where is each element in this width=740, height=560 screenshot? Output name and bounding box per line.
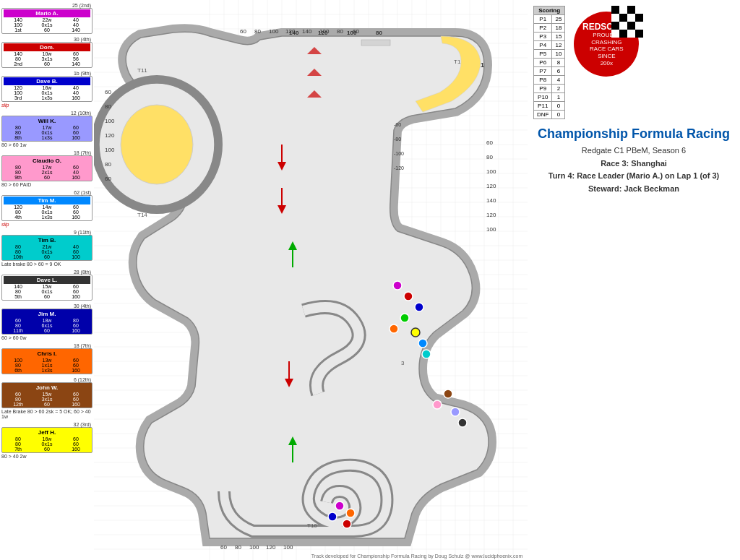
driver-section-claudio: 18 (7th) Claudio O. 8017w60 802x1s40 9th… <box>1 150 92 187</box>
driver-card-will: Will K. 8017w60 800x1s60 8th1x3s160 <box>1 116 92 142</box>
svg-point-91 <box>451 408 460 416</box>
driver-card-dave-l: Dave L. 14015w60 800x1s60 5th60160 <box>1 275 92 301</box>
svg-point-83 <box>415 303 423 311</box>
scoring-header: Scoring <box>534 7 565 15</box>
svg-text:80: 80 <box>235 544 241 551</box>
driver-section-dave-b: 1b (9th) Dave B. 12016w40 1000x1s40 3rd1… <box>1 71 92 108</box>
footer-text: Track developed for Championship Formula… <box>311 553 522 559</box>
svg-text:1: 1 <box>481 61 484 69</box>
pos-label-chris: 18 (7th) <box>1 343 92 348</box>
stats-row-mario-2: 1000x1s40 <box>4 22 90 27</box>
svg-point-87 <box>418 339 427 348</box>
svg-text:100: 100 <box>105 118 115 124</box>
svg-text:T16: T16 <box>307 522 317 529</box>
svg-text:100: 100 <box>319 28 330 35</box>
svg-text:140: 140 <box>302 28 312 35</box>
game-title: Championship Formula Racing <box>533 126 734 142</box>
game-subtitle: Redgate C1 PBeM, Season 6 Race 3: Shangh… <box>533 145 734 195</box>
driver-card-mario: Mario A. 14022w40 1000x1s40 1st60140 <box>1 8 92 34</box>
driver-name-jeff: Jeff H. <box>4 428 90 436</box>
note-claudio: 80 > 60 PAID <box>1 182 92 187</box>
driver-card-tim-m: Tim M. 12014w60 800x1s60 4th1x3s160 <box>1 195 92 221</box>
driver-section-jim: 30 (4th) Jim M. 6018w80 806x1s60 11th601… <box>1 303 92 340</box>
svg-text:80: 80 <box>105 161 111 168</box>
driver-section-dom: 30 (4th) Dom. 14010w60 803x1s56 2nd60140 <box>1 37 92 68</box>
svg-text:120: 120 <box>486 212 496 218</box>
driver-section-mario: 25 (2nd) Mario A. 14022w40 1000x1s40 1st… <box>1 3 92 34</box>
footer: Track developed for Championship Formula… <box>94 553 740 559</box>
svg-text:60: 60 <box>105 176 111 182</box>
svg-text:120: 120 <box>266 544 276 551</box>
svg-point-88 <box>422 350 431 358</box>
pos-label-jim: 30 (4th) <box>1 303 92 309</box>
driver-name-will: Will K. <box>4 117 90 125</box>
svg-text:80: 80 <box>254 28 261 35</box>
driver-name-claudio: Claudio O. <box>4 157 90 165</box>
driver-section-tim-b: 9 (11th) Tim B. 8021w40 800x1s60 10th601… <box>1 230 92 267</box>
scoring-table-wrapper: Scoring P125 P218 P315 P412 P510 P68 P76… <box>533 6 565 119</box>
slip-dave-b: slip <box>1 103 92 108</box>
svg-text:-100: -100 <box>394 151 404 156</box>
driver-card-claudio: Claudio O. 8017w60 802x1s40 9th60160 <box>1 155 92 181</box>
svg-text:80: 80 <box>486 154 493 160</box>
svg-text:60: 60 <box>105 89 111 95</box>
svg-text:-80: -80 <box>394 137 401 142</box>
driver-card-john: John W. 6015w60 803x1s60 12th60160 <box>1 382 92 408</box>
left-panel: 25 (2nd) Mario A. 14022w40 1000x1s40 1st… <box>0 0 94 560</box>
svg-text:80: 80 <box>337 28 343 35</box>
stats-row-mario-3: 1st60140 <box>4 27 90 33</box>
note-will: 80 > 60 1w <box>1 142 92 147</box>
page: 25 (2nd) Mario A. 14022w40 1000x1s40 1st… <box>0 0 740 560</box>
svg-point-82 <box>404 292 413 301</box>
subtitle-line-4: Steward: Jack Beckman <box>533 183 734 196</box>
driver-section-john: 6 (12th) John W. 6015w60 803x1s60 12th60… <box>1 377 92 419</box>
svg-text:3: 3 <box>401 360 405 366</box>
svg-text:120: 120 <box>285 28 296 35</box>
pos-label-tim-m: 62 (1st) <box>1 190 92 195</box>
driver-section-will: 12 (10th) Will K. 8017w60 800x1s60 8th1x… <box>1 111 92 147</box>
driver-card-dave-b: Dave B. 12016w40 1000x1s40 3rd1x3s160 <box>1 76 92 102</box>
slip-tim-m: slip <box>1 222 92 227</box>
note-jim: 60 > 60 0w <box>1 335 92 340</box>
svg-text:100: 100 <box>249 544 259 551</box>
subtitle-line-3: Turn 4: Race Leader (Mario A.) on Lap 1 … <box>533 170 734 183</box>
svg-text:60: 60 <box>353 28 359 35</box>
svg-text:120: 120 <box>486 183 496 189</box>
svg-text:T1: T1 <box>454 59 461 65</box>
svg-text:60: 60 <box>486 139 493 146</box>
pos-label-jeff: 32 (3rd) <box>1 422 92 427</box>
scoring-section: Scoring P125 P218 P315 P412 P510 P68 P76… <box>533 6 734 119</box>
pos-label-will: 12 (10th) <box>1 111 92 116</box>
driver-card-tim-b: Tim B. 8021w40 800x1s60 10th60100 <box>1 235 92 261</box>
svg-text:100: 100 <box>269 28 279 35</box>
svg-text:100: 100 <box>105 147 115 153</box>
right-panel: Scoring P125 P218 P315 P412 P510 P68 P76… <box>528 0 740 560</box>
driver-name-dom: Dom. <box>4 43 90 51</box>
driver-name-chris: Chris I. <box>4 350 90 358</box>
driver-name-dave-l: Dave L. <box>4 276 90 284</box>
driver-name-jim: Jim M. <box>4 310 90 318</box>
svg-text:100: 100 <box>486 168 496 175</box>
driver-card-dom: Dom. 14010w60 803x1s56 2nd60140 <box>1 42 92 68</box>
pos-label-dave-l: 28 (8th) <box>1 270 92 275</box>
svg-text:140: 140 <box>486 197 496 204</box>
game-info: Championship Formula Racing Redgate C1 P… <box>533 126 734 195</box>
svg-rect-129 <box>361 40 390 46</box>
svg-text:120: 120 <box>105 132 115 139</box>
svg-text:T11: T11 <box>137 67 147 74</box>
driver-card-jim: Jim M. 6018w80 806x1s60 11th60160 <box>1 309 92 335</box>
svg-text:80: 80 <box>376 30 382 36</box>
svg-text:-60: -60 <box>394 122 401 127</box>
driver-section-tim-m: 62 (1st) Tim M. 12014w60 800x1s60 4th1x3… <box>1 190 92 227</box>
svg-text:100: 100 <box>283 544 293 551</box>
driver-section-jeff: 32 (3rd) Jeff H. 8016w60 800x1s60 7th601… <box>1 422 92 459</box>
svg-point-92 <box>458 418 467 427</box>
driver-name-mario: Mario A. <box>4 9 90 17</box>
logo-area: REDSCAPE PROUDLY CRASHING RACE CARS SINC… <box>571 6 643 78</box>
svg-point-84 <box>400 314 409 322</box>
svg-text:60: 60 <box>240 28 246 35</box>
pos-label-mario: 25 (2nd) <box>1 3 92 8</box>
subtitle-line-2: Race 3: Shanghai <box>533 158 734 171</box>
subtitle-line-1: Redgate C1 PBeM, Season 6 <box>533 145 734 158</box>
pos-label-tim-b: 9 (11th) <box>1 230 92 235</box>
